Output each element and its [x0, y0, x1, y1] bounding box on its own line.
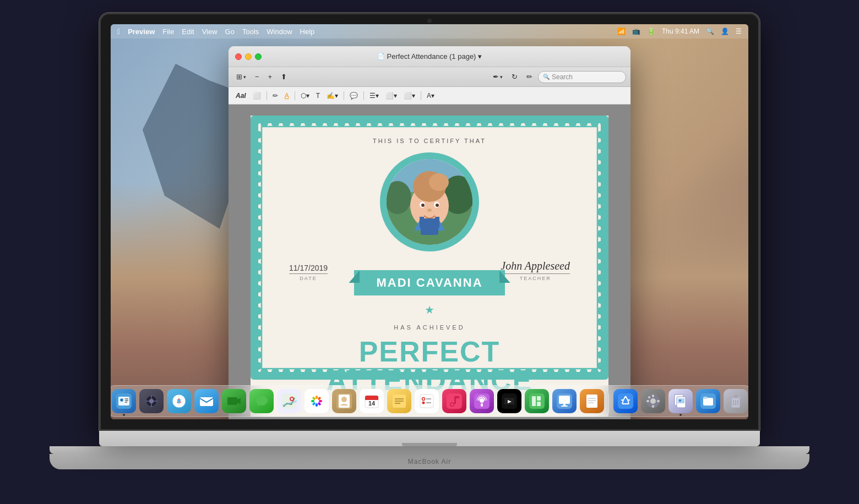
window-title: Perfect Attendance (1 page)	[387, 52, 476, 61]
shapes-button[interactable]: ⬡▾	[298, 89, 312, 102]
dock-item-preview[interactable]	[668, 389, 693, 413]
svg-marker-143	[237, 398, 241, 404]
search-placeholder: Search	[552, 73, 573, 81]
dock-item-safari[interactable]	[167, 389, 191, 413]
dock-item-podcasts[interactable]	[470, 389, 494, 413]
title-dropdown-arrow[interactable]: ▾	[478, 52, 482, 61]
dock-item-calendar[interactable]: 14	[360, 389, 384, 413]
dock-item-messages[interactable]	[249, 389, 274, 413]
markup-sep-3	[344, 91, 344, 100]
zoom-in-button[interactable]: +	[265, 70, 276, 84]
rotate-button[interactable]: ↻	[508, 70, 521, 84]
menu-view[interactable]: View	[202, 28, 218, 36]
maximize-button[interactable]	[255, 53, 262, 60]
menubar:  Preview File Edit View Go Tools Window…	[111, 24, 748, 39]
zoom-out-button[interactable]: −	[252, 70, 263, 84]
svg-rect-168	[420, 395, 433, 408]
dock-dot-preview	[679, 414, 682, 416]
app-name[interactable]: Preview	[128, 28, 155, 36]
dock-item-launchpad[interactable]	[139, 389, 164, 413]
svg-rect-154	[312, 402, 316, 406]
dock-item-sysprefs[interactable]	[641, 389, 665, 413]
select-rect-button[interactable]: ⬜	[250, 89, 264, 102]
svg-rect-153	[316, 403, 318, 407]
dock-item-music[interactable]	[442, 389, 466, 413]
dock-item-trash[interactable]	[724, 389, 748, 413]
rect-style-button[interactable]: ⬜▾	[401, 89, 418, 102]
svg-rect-190	[561, 406, 568, 407]
screen-bezel:  Preview File Edit View Go Tools Window…	[99, 13, 760, 431]
select-rect-icon: ⬜	[253, 92, 261, 100]
markup-button[interactable]: ✏	[523, 70, 536, 84]
svg-rect-129	[118, 397, 129, 406]
pen-tool-button[interactable]: ✒ ▾	[490, 70, 506, 84]
svg-point-122	[421, 204, 425, 207]
dock-dot-finder	[123, 414, 125, 416]
svg-point-170	[422, 402, 425, 404]
comment-icon: 💬	[350, 92, 358, 100]
zoom-out-icon: −	[255, 73, 259, 81]
svg-rect-195	[618, 393, 633, 409]
search-field-icon: 🔍	[543, 74, 550, 80]
certify-text: THIS IS TO CERTIFY THAT	[373, 138, 486, 144]
dock-item-numbers[interactable]	[525, 389, 549, 413]
dock-item-photos[interactable]	[305, 389, 329, 413]
dock-item-appstore[interactable]	[613, 389, 638, 413]
border-color-button[interactable]: ⬜▾	[383, 89, 400, 102]
document-canvas[interactable]: THIS IS TO CERTIFY THAT	[229, 105, 630, 419]
svg-point-144	[255, 396, 268, 406]
menu-window[interactable]: Window	[267, 28, 292, 36]
svg-rect-186	[537, 402, 541, 406]
search-field[interactable]: 🔍 Search	[538, 71, 626, 83]
svg-rect-126	[420, 217, 424, 228]
text-style-button[interactable]: AaI	[233, 89, 249, 102]
svg-rect-198	[652, 395, 654, 397]
comment-button[interactable]: 💬	[347, 89, 361, 102]
cert-star: ★	[425, 303, 434, 316]
svg-rect-180	[481, 403, 483, 407]
dock-item-keynote[interactable]	[552, 389, 577, 413]
dock-item-tv[interactable]	[497, 389, 521, 413]
dock-item-maps[interactable]	[277, 389, 301, 413]
pen-icon: ✒	[493, 73, 499, 81]
menu-go[interactable]: Go	[225, 28, 235, 36]
dock: 14	[111, 385, 748, 417]
dock-item-reminders[interactable]	[415, 389, 439, 413]
menu-help[interactable]: Help	[300, 28, 315, 36]
menu-edit[interactable]: Edit	[182, 28, 194, 36]
svg-rect-151	[319, 400, 322, 402]
border-color-icon: ⬜▾	[385, 92, 397, 100]
view-button[interactable]: ⊞ ▾	[233, 70, 249, 84]
align-button[interactable]: ☰▾	[367, 89, 382, 102]
markup-toolbar: AaI ⬜ ✏ A ⬡▾	[229, 87, 630, 105]
share-button[interactable]: ⬆	[278, 70, 290, 84]
minimize-button[interactable]	[245, 53, 252, 60]
highlight-button[interactable]: A	[282, 89, 292, 102]
dock-item-contacts[interactable]	[332, 389, 356, 413]
cert-name-banner: MADI CAVANNA	[354, 270, 504, 295]
signature-button[interactable]: ✍▾	[324, 89, 341, 102]
zoom-in-icon: +	[268, 73, 273, 81]
svg-rect-150	[317, 397, 321, 401]
apple-menu[interactable]: 	[117, 27, 120, 36]
wifi-icon: 📶	[617, 28, 626, 35]
markup-sep-2	[295, 91, 295, 100]
dock-item-pages[interactable]	[580, 389, 604, 413]
menu-icon[interactable]: ☰	[736, 28, 742, 35]
dock-item-notes[interactable]	[387, 389, 411, 413]
cert-teacher-section: John Appleseed TEACHER	[501, 260, 570, 281]
text-tool-button[interactable]: T	[313, 89, 323, 102]
dock-item-files[interactable]	[696, 389, 720, 413]
font-button[interactable]: A▾	[424, 89, 437, 102]
draw-button[interactable]: ✏	[270, 89, 281, 102]
search-icon[interactable]: 🔍	[706, 28, 714, 35]
menu-tools[interactable]: Tools	[242, 28, 259, 36]
close-button[interactable]	[235, 53, 242, 60]
user-icon[interactable]: 👤	[721, 28, 729, 35]
dock-item-mail[interactable]	[194, 389, 219, 413]
svg-rect-210	[703, 397, 708, 399]
dock-item-finder[interactable]	[112, 389, 136, 413]
dock-item-facetime[interactable]	[222, 389, 246, 413]
menu-file[interactable]: File	[162, 28, 174, 36]
svg-rect-177	[454, 396, 459, 398]
